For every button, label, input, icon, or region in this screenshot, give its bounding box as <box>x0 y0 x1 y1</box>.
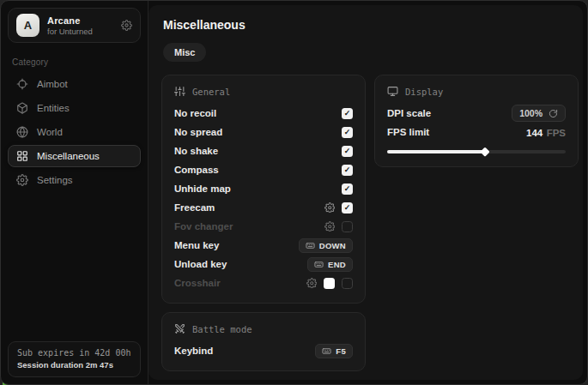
row-controls: 100% <box>512 105 566 122</box>
row-controls: DOWN <box>299 238 353 253</box>
sidebar-item-miscellaneous[interactable]: Miscellaneous <box>8 145 141 167</box>
no-spread-checkbox[interactable]: ✓ <box>342 127 353 138</box>
row-controls: ✓ <box>342 108 353 119</box>
sidebar: A Arcane for Unturned Category AimbotEnt… <box>1 1 149 384</box>
panel-general: GeneralNo recoil✓No spread✓No shake✓Comp… <box>161 75 366 304</box>
subscription-card: Sub expires in 42d 00h Session duration … <box>8 341 141 377</box>
dpi-scale-select[interactable]: 100% <box>512 105 566 122</box>
swords-icon <box>174 323 185 334</box>
sidebar-item-label: World <box>37 127 63 137</box>
panel-title: Display <box>405 87 443 97</box>
unhide-map-checkbox[interactable]: ✓ <box>342 183 353 195</box>
slider-fill <box>387 150 485 153</box>
tab-misc[interactable]: Misc <box>163 43 206 62</box>
app-title: Arcane <box>47 15 113 26</box>
row-compass: Compass✓ <box>174 160 353 179</box>
panel-display-header: Display <box>387 86 566 97</box>
row-controls: END <box>307 257 353 272</box>
row-unload-key: Unload keyEND <box>174 255 353 274</box>
keybind-value: F5 <box>336 346 346 356</box>
freecam-checkbox[interactable]: ✓ <box>342 202 353 214</box>
row-label: Unload key <box>174 259 227 269</box>
panel-display: DisplayDPI scale100%FPS limit144 FPS <box>374 75 579 167</box>
globe-icon <box>16 126 28 138</box>
row-controls: ✓ <box>342 127 353 138</box>
row-no-shake: No shake✓ <box>174 141 353 160</box>
refresh-icon <box>549 109 558 118</box>
sidebar-item-settings[interactable]: Settings <box>8 169 141 191</box>
row-controls <box>324 221 354 232</box>
row-label: Unhide map <box>174 183 231 194</box>
no-shake-checkbox[interactable]: ✓ <box>342 146 353 157</box>
sidebar-item-aimbot[interactable]: Aimbot <box>8 73 141 95</box>
fov-changer-settings-gear-icon[interactable] <box>324 221 336 232</box>
fps-limit-slider[interactable] <box>387 146 566 156</box>
monitor-icon <box>387 86 398 97</box>
row-freecam: Freecam✓ <box>174 198 353 217</box>
panel-title: Battle mode <box>192 324 252 334</box>
panel-battle-mode: Battle modeKeybindF5 <box>161 312 366 371</box>
row-keybind: KeybindF5 <box>174 341 353 360</box>
slider-unit: FPS <box>547 128 566 138</box>
sidebar-item-entities[interactable]: Entities <box>8 97 141 119</box>
grid-icon <box>16 150 28 162</box>
fov-changer-checkbox[interactable] <box>342 221 353 232</box>
sidebar-nav: AimbotEntitiesWorldMiscellaneousSettings <box>1 73 148 334</box>
compass-checkbox[interactable]: ✓ <box>342 165 353 176</box>
keyboard-icon <box>314 260 324 269</box>
keybind-keybind-button[interactable]: F5 <box>315 344 353 358</box>
row-controls: F5 <box>315 344 353 358</box>
row-label: Fov changer <box>174 221 233 232</box>
panel-general-header: General <box>174 86 353 97</box>
row-label: Menu key <box>174 240 219 250</box>
unload-key-keybind-button[interactable]: END <box>307 257 353 272</box>
row-controls: ✓ <box>324 202 354 214</box>
row-label: No recoil <box>174 108 216 118</box>
app-subtitle: for Unturned <box>47 27 113 36</box>
crosshair-icon <box>16 78 28 90</box>
app-settings-gear-icon[interactable] <box>121 20 132 31</box>
row-label: Compass <box>174 165 219 175</box>
keybind-value: DOWN <box>319 241 346 250</box>
right-column: DisplayDPI scale100%FPS limit144 FPS <box>374 75 579 167</box>
sidebar-item-label: Miscellaneous <box>37 151 100 161</box>
app-header-card: A Arcane for Unturned <box>8 8 141 43</box>
gear-icon <box>16 174 28 186</box>
keyboard-icon <box>322 346 331 356</box>
row-unhide-map: Unhide map✓ <box>174 179 353 198</box>
slider-thumb[interactable] <box>481 147 490 156</box>
keybind-value: END <box>328 260 346 269</box>
desktop-background: A Arcane for Unturned Category AimbotEnt… <box>0 0 588 385</box>
slider-value: 144 <box>526 128 543 138</box>
sidebar-item-label: Entities <box>37 103 70 113</box>
select-value: 100% <box>519 108 543 118</box>
sidebar-item-world[interactable]: World <box>8 121 141 143</box>
row-crosshair: Crosshair <box>174 274 353 292</box>
panel-columns: GeneralNo recoil✓No spread✓No shake✓Comp… <box>161 75 573 371</box>
row-controls: ✓ <box>342 146 353 157</box>
row-no-spread: No spread✓ <box>174 123 353 141</box>
row-label: DPI scale <box>387 108 431 118</box>
keyboard-icon <box>306 241 315 250</box>
row-fps-limit: FPS limit144 FPS <box>387 123 566 141</box>
freecam-settings-gear-icon[interactable] <box>324 202 336 214</box>
crosshair-settings-gear-icon[interactable] <box>306 278 318 289</box>
cube-icon <box>16 102 28 114</box>
main-content: Miscellaneous Misc GeneralNo recoil✓No s… <box>149 5 583 380</box>
row-label: Keybind <box>174 346 213 356</box>
sliders-icon <box>174 86 185 97</box>
row-fov-changer: Fov changer <box>174 217 353 236</box>
no-recoil-checkbox[interactable]: ✓ <box>342 108 353 119</box>
row-label: No shake <box>174 146 218 156</box>
session-duration-text: Session duration 2m 47s <box>17 360 131 370</box>
app-window: A Arcane for Unturned Category AimbotEnt… <box>0 0 588 385</box>
app-logo: A <box>16 14 39 37</box>
panel-battle-mode-header: Battle mode <box>174 323 353 334</box>
sub-expires-text: Sub expires in 42d 00h <box>17 348 131 358</box>
crosshair-checkbox[interactable] <box>342 278 353 289</box>
menu-key-keybind-button[interactable]: DOWN <box>299 238 353 253</box>
tab-bar: Misc <box>163 43 573 62</box>
crosshair-color-swatch[interactable] <box>324 278 335 289</box>
row-label: No spread <box>174 127 222 137</box>
row-controls: ✓ <box>342 183 353 195</box>
